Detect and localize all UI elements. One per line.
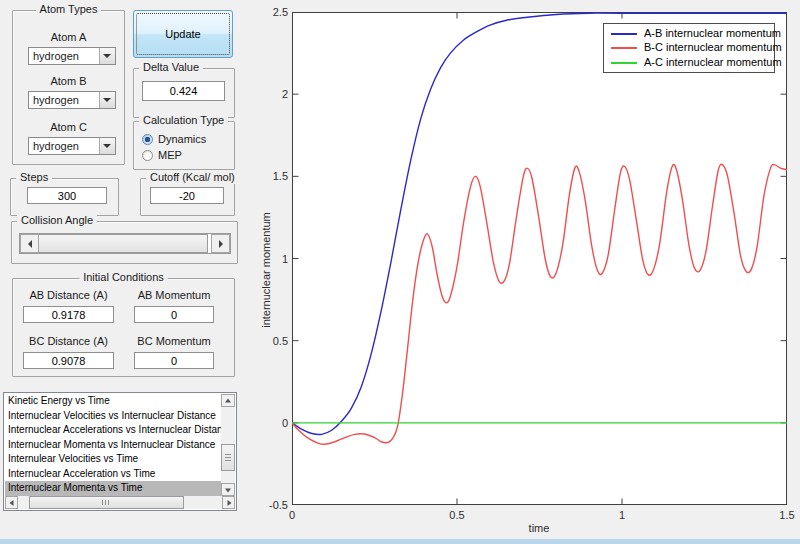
x-axis-label: time (509, 522, 569, 534)
plot-type-listbox[interactable]: Kinetic Energy vs Time Internuclear Velo… (3, 392, 237, 511)
scroll-down-icon[interactable] (221, 483, 235, 496)
cutoff-panel: Cutoff (Kcal/ mol) (140, 178, 235, 216)
atom-b-select[interactable]: hydrogen (28, 91, 116, 109)
window-bottom-edge (0, 539, 800, 544)
calculation-type-panel: Calculation Type Dynamics MEP (133, 121, 235, 170)
scroll-up-icon[interactable] (221, 394, 235, 407)
atom-types-panel: Atom Types Atom A hydrogen Atom B hydrog… (12, 10, 125, 165)
horizontal-scrollbar[interactable] (5, 496, 235, 509)
legend-label: A-C internuclear momentum (644, 56, 782, 68)
vertical-scrollbar[interactable] (221, 394, 235, 496)
cutoff-title: Cutoff (Kcal/ mol) (146, 171, 239, 184)
slider-right-arrow-icon[interactable] (211, 234, 230, 253)
radio-dynamics-label: Dynamics (158, 133, 206, 145)
radio-unselected-icon[interactable] (142, 150, 153, 161)
list-item[interactable]: Internulear Velocities vs Time (5, 452, 221, 467)
y-tick-label: 0 (246, 417, 288, 429)
list-item[interactable]: Internuclear Momenta vs Internuclear Dis… (5, 438, 221, 453)
y-tick-label: 1 (246, 253, 288, 265)
list-item[interactable]: Internuclear Velocities vs Internuclear … (5, 409, 221, 424)
collision-angle-slider[interactable] (19, 233, 231, 254)
hscroll-thumb[interactable] (29, 496, 184, 509)
ab-momentum-field[interactable] (134, 306, 214, 323)
list-item[interactable]: Internuclear Accelerations vs Internucle… (5, 423, 221, 438)
y-tick-label: 2.5 (246, 6, 288, 18)
atom-a-label: Atom A (13, 31, 124, 43)
atom-b-label: Atom B (13, 75, 124, 87)
chart-legend: A-B internuclear momentum B-C internucle… (603, 23, 775, 73)
atom-c-label: Atom C (13, 121, 124, 133)
dropdown-arrow-icon[interactable] (99, 92, 115, 108)
legend-entry: A-B internuclear momentum (604, 27, 774, 41)
cutoff-field[interactable] (150, 187, 224, 204)
listbox-items: Kinetic Energy vs Time Internuclear Velo… (5, 394, 221, 496)
vscroll-thumb[interactable] (221, 444, 235, 471)
legend-label: B-C internuclear momentum (644, 41, 782, 53)
simulator-window: Atom Types Atom A hydrogen Atom B hydrog… (0, 0, 800, 544)
legend-line-sample (611, 62, 637, 64)
scroll-right-icon[interactable] (222, 496, 235, 509)
steps-field[interactable] (27, 187, 107, 204)
collision-angle-title: Collision Angle (17, 214, 97, 227)
delta-value-panel: Delta Value (133, 68, 235, 118)
dropdown-arrow-icon[interactable] (99, 48, 115, 64)
dropdown-arrow-icon[interactable] (99, 138, 115, 154)
x-tick-label: 1.5 (767, 509, 800, 521)
bc-momentum-field[interactable] (134, 352, 214, 369)
plot-axes: internuclear momentum time A-B internucl… (292, 12, 787, 505)
legend-line-sample (611, 47, 637, 49)
atom-a-select[interactable]: hydrogen (28, 47, 116, 65)
radio-mep-label: MEP (158, 149, 182, 161)
steps-title: Steps (16, 171, 52, 184)
atom-b-value: hydrogen (33, 94, 79, 106)
legend-label: A-B internuclear momentum (644, 27, 781, 39)
legend-entry: A-C internuclear momentum (604, 56, 774, 70)
atom-a-value: hydrogen (33, 50, 79, 62)
calculation-type-title: Calculation Type (139, 114, 228, 127)
momentum-chart (292, 12, 787, 505)
legend-entry: B-C internuclear momentum (604, 41, 774, 55)
bc-distance-field[interactable] (23, 352, 114, 369)
collision-angle-panel: Collision Angle (11, 221, 238, 264)
atom-c-select[interactable]: hydrogen (28, 137, 116, 155)
delta-value-field[interactable] (142, 81, 225, 101)
y-tick-label: 0.5 (246, 335, 288, 347)
ab-distance-field[interactable] (23, 306, 114, 323)
slider-left-arrow-icon[interactable] (20, 234, 39, 253)
x-tick-label: 1 (602, 509, 642, 521)
delta-value-title: Delta Value (139, 61, 203, 74)
scroll-left-icon[interactable] (5, 496, 18, 509)
initial-conditions-title: Initial Conditions (79, 271, 168, 284)
atom-types-title: Atom Types (36, 3, 102, 16)
initial-conditions-panel: Initial Conditions AB Distance (A) AB Mo… (12, 278, 235, 377)
slider-thumb[interactable] (39, 234, 208, 253)
list-item[interactable]: Kinetic Energy vs Time (5, 394, 221, 409)
legend-line-sample (611, 33, 637, 35)
ab-momentum-label: AB Momentum (134, 289, 214, 301)
list-item[interactable]: Internuclear Momenta vs Time (5, 481, 221, 496)
atom-c-value: hydrogen (33, 140, 79, 152)
y-tick-label: 1.5 (246, 170, 288, 182)
bc-momentum-label: BC Momentum (134, 335, 214, 347)
y-tick-label: 2 (246, 88, 288, 100)
x-tick-label: 0 (272, 509, 312, 521)
bc-distance-label: BC Distance (A) (23, 335, 114, 347)
steps-panel: Steps (10, 178, 119, 216)
ab-distance-label: AB Distance (A) (23, 289, 114, 301)
x-tick-label: 0.5 (437, 509, 477, 521)
list-item[interactable]: Internuclear Acceleration vs Time (5, 467, 221, 482)
radio-selected-icon[interactable] (142, 134, 153, 145)
update-button[interactable]: Update (133, 10, 233, 58)
